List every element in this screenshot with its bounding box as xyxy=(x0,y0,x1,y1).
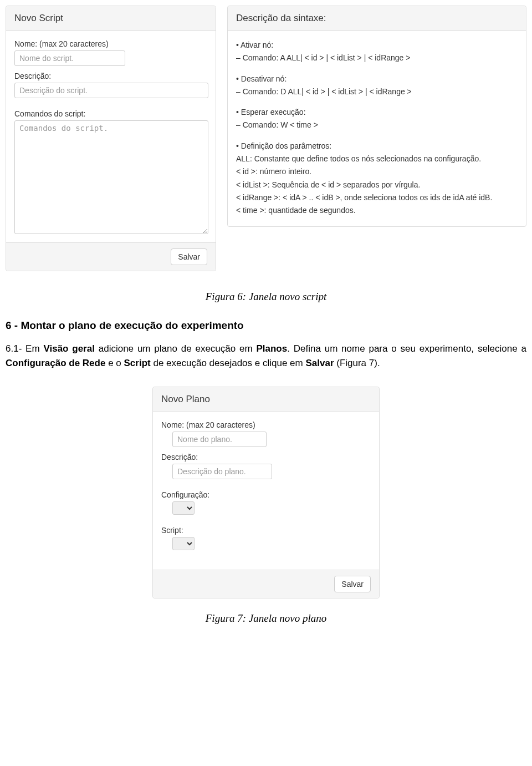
novo-script-panel: Novo Script Nome: (max 20 caracteres) De… xyxy=(6,6,216,271)
syntax-line: < id >: número inteiro. xyxy=(236,166,518,177)
syntax-line: • Definição dos parâmetros: xyxy=(236,140,518,151)
novo-plano-footer: Salvar xyxy=(153,570,379,598)
save-button[interactable]: Salvar xyxy=(171,248,207,265)
novo-plano-title: Novo Plano xyxy=(153,387,379,412)
novo-script-body: Nome: (max 20 caracteres) Descrição: Com… xyxy=(6,31,216,242)
syntax-line: • Ativar nó: xyxy=(236,39,518,50)
figure-6-row: Novo Script Nome: (max 20 caracteres) De… xyxy=(6,6,526,271)
comandos-label: Comandos do script: xyxy=(14,109,207,118)
syntax-line: • Esperar execução: xyxy=(236,106,518,118)
novo-script-footer: Salvar xyxy=(6,242,216,271)
body-text-part: e o xyxy=(105,358,124,368)
syntax-line: • Desativar nó: xyxy=(236,73,518,84)
novo-plano-panel: Novo Plano Nome: (max 20 caracteres) Des… xyxy=(152,387,380,598)
body-text-part: (Figura 7). xyxy=(334,358,380,368)
descricao-label: Descrição: xyxy=(14,72,207,80)
body-text-part: . Defina um nome para o seu experimento,… xyxy=(287,343,526,354)
body-text-bold: Salvar xyxy=(305,358,334,368)
syntax-body: • Ativar nó: – Comando: A ALL| < id > | … xyxy=(228,31,526,226)
nome-label: Nome: (max 20 caracteres) xyxy=(14,39,207,48)
plano-script-select[interactable] xyxy=(172,537,195,550)
plano-nome-label: Nome: (max 20 caracteres) xyxy=(161,420,371,429)
syntax-title: Descrição da sintaxe: xyxy=(228,6,526,31)
plano-desc-label: Descrição: xyxy=(161,453,371,461)
plano-config-select[interactable] xyxy=(172,501,195,515)
figure-7-wrapper: Novo Plano Nome: (max 20 caracteres) Des… xyxy=(6,387,526,598)
syntax-line: – Comando: W < time > xyxy=(236,119,518,130)
syntax-line: < idList >: Sequência de < id > separado… xyxy=(236,179,518,190)
body-text-part: de execução desejados e clique em xyxy=(151,358,306,368)
syntax-line: – Comando: D ALL| < id > | < idList > | … xyxy=(236,86,518,97)
novo-script-title: Novo Script xyxy=(6,6,216,31)
plano-script-label: Script: xyxy=(161,526,371,535)
body-text-bold: Script xyxy=(124,358,151,368)
body-text-bold: Configuração de Rede xyxy=(6,358,105,368)
figure-7-caption: Figura 7: Janela novo plano xyxy=(6,612,526,625)
figure-6-caption: Figura 6: Janela novo script xyxy=(6,291,526,303)
syntax-line: – Comando: A ALL| < id > | < idList > | … xyxy=(236,52,518,63)
body-text-bold: Planos xyxy=(256,343,287,354)
syntax-panel: Descrição da sintaxe: • Ativar nó: – Com… xyxy=(227,6,526,227)
plano-nome-input[interactable] xyxy=(172,432,267,447)
plano-desc-input[interactable] xyxy=(172,464,272,479)
novo-plano-body: Nome: (max 20 caracteres) Descrição: Con… xyxy=(153,412,379,570)
plano-config-label: Configuração: xyxy=(161,490,371,499)
section-heading: 6 - Montar o plano de execução do experi… xyxy=(6,319,526,332)
body-text-bold: Visão geral xyxy=(43,343,95,354)
syntax-line: < time >: quantidade de segundos. xyxy=(236,205,518,216)
syntax-line: ALL: Constante que define todos os nós s… xyxy=(236,153,518,164)
comandos-textarea[interactable] xyxy=(14,120,208,234)
body-text-part: adicione um plano de execução em xyxy=(95,343,257,354)
plano-save-button[interactable]: Salvar xyxy=(334,576,371,592)
syntax-line: < idRange >: < idA > .. < idB >, onde se… xyxy=(236,192,518,203)
body-text-part: 6.1- Em xyxy=(6,343,43,354)
body-paragraph: 6.1- Em Visão geral adicione um plano de… xyxy=(6,342,526,370)
descricao-input[interactable] xyxy=(14,83,208,98)
nome-input[interactable] xyxy=(14,50,125,66)
